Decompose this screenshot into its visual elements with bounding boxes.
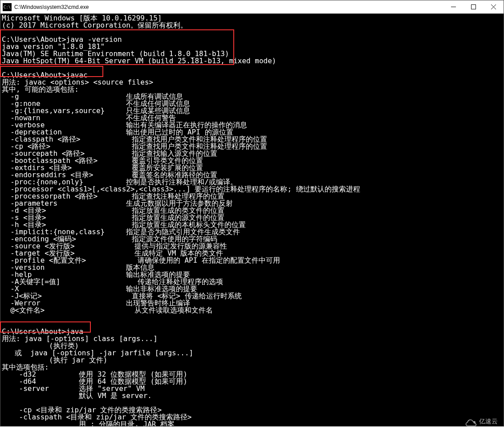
terminal-line: (c) 2017 Microsoft Corporation。保留所有权利。 [2,22,502,29]
cmd-icon-text: C:\ [4,5,11,9]
terminal-line: @<文件名> 从文件读取选项和文件名 [2,307,502,314]
cloud-icon [466,417,478,427]
window-title: C:\Windows\system32\cmd.exe [14,4,89,10]
terminal-line: (执行 jar 文件) [2,357,502,364]
terminal-line: 用 ; 分隔的目录, JAR 档案 [2,421,502,426]
svg-rect-1 [471,5,476,9]
titlebar[interactable]: C:\ C:\Windows\system32\cmd.exe [0,0,504,14]
terminal-line: Java HotSpot(TM) 64-Bit Server VM (build… [2,57,502,65]
watermark: 亿速云 [466,417,498,427]
cmd-icon: C:\ [3,3,12,11]
cmd-window: C:\ C:\Windows\system32\cmd.exe Microsof… [0,0,504,427]
terminal-output[interactable]: Microsoft Windows [版本 10.0.16299.15](c) … [0,14,504,426]
minimize-button[interactable] [443,0,463,13]
terminal-line: 默认 VM 是 server. [2,392,502,399]
terminal-line [2,314,502,321]
maximize-button[interactable] [463,0,484,13]
watermark-text: 亿速云 [479,418,498,426]
close-button[interactable] [484,0,504,13]
